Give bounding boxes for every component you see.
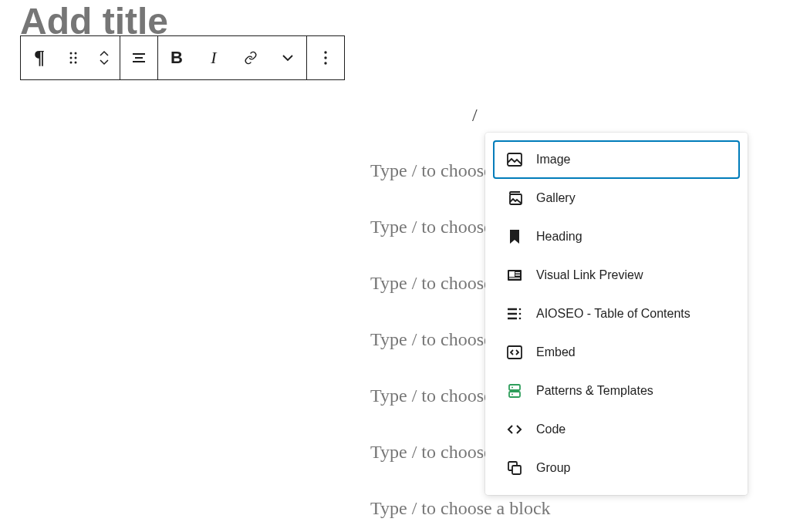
svg-rect-31 [512,466,521,474]
svg-rect-12 [508,153,522,166]
svg-point-2 [70,57,73,59]
inserter-label: Visual Link Preview [536,268,643,282]
bold-icon: B [170,48,183,68]
svg-rect-17 [515,274,520,276]
svg-rect-18 [509,278,520,279]
move-buttons[interactable] [89,36,120,79]
heading-icon [505,227,524,246]
more-format-button[interactable] [269,36,306,79]
svg-point-5 [75,62,77,64]
bold-button[interactable]: B [158,36,195,79]
visual-link-preview-icon [505,266,524,285]
toolbar-group-options [307,36,344,79]
align-button[interactable] [120,36,157,79]
link-button[interactable] [232,36,269,79]
svg-point-28 [511,387,513,389]
code-icon [505,420,524,439]
inserter-item-embed[interactable]: Embed [493,333,740,372]
inserter-item-heading[interactable]: Heading [493,217,740,256]
inserter-label: AIOSEO - Table of Contents [536,307,690,321]
toolbar-group-block: ¶ [21,36,120,79]
inserter-label: Patterns & Templates [536,384,653,398]
inserter-label: Group [536,461,570,475]
toolbar-group-format: B I [158,36,307,79]
italic-button[interactable]: I [195,36,232,79]
inserter-item-gallery[interactable]: Gallery [493,179,740,217]
svg-point-4 [70,62,73,64]
svg-point-22 [519,308,522,311]
svg-rect-15 [509,271,515,277]
inserter-label: Code [536,423,565,436]
svg-point-9 [324,51,326,53]
svg-point-11 [324,62,326,64]
paragraph-icon: ¶ [34,46,45,69]
slash-input[interactable]: / [472,105,478,126]
toolbar-group-align [120,36,158,79]
svg-point-24 [519,318,522,320]
patterns-icon [505,382,524,400]
image-icon [505,150,524,169]
inserter-item-image[interactable]: Image [493,140,740,179]
inserter-item-code[interactable]: Code [493,410,740,449]
toc-icon [505,305,524,323]
inserter-item-group[interactable]: Group [493,449,740,487]
svg-point-0 [70,52,73,55]
chevron-down-icon [279,49,297,67]
align-icon [130,49,148,67]
inserter-item-visual-link-preview[interactable]: Visual Link Preview [493,256,740,295]
block-type-button[interactable]: ¶ [21,36,58,79]
block-toolbar: ¶ B I [20,35,345,80]
svg-point-3 [75,57,77,59]
inserter-item-aioseo-toc[interactable]: AIOSEO - Table of Contents [493,295,740,333]
group-icon [505,459,524,477]
drag-icon [64,49,83,67]
inserter-item-patterns[interactable]: Patterns & Templates [493,372,740,410]
inserter-label: Image [536,153,570,167]
drag-handle[interactable] [58,36,89,79]
inserter-label: Heading [536,230,582,244]
inserter-label: Embed [536,345,576,359]
more-vertical-icon [316,49,335,67]
svg-rect-16 [515,272,520,274]
svg-point-1 [75,52,77,55]
gallery-icon [505,189,524,207]
svg-point-29 [511,394,513,396]
embed-icon [505,343,524,362]
svg-point-23 [519,313,522,315]
block-inserter-popover: Image Gallery Heading Visual Link Previe… [485,133,748,495]
block-prompt[interactable]: Type / to choose a block [370,498,551,519]
options-button[interactable] [307,36,344,79]
italic-icon: I [211,48,216,68]
svg-rect-25 [508,346,522,359]
link-icon [241,49,260,67]
move-up-down-icon [95,49,113,67]
svg-rect-26 [509,385,520,390]
svg-point-10 [324,56,326,59]
inserter-label: Gallery [536,191,576,205]
svg-rect-27 [509,392,520,397]
